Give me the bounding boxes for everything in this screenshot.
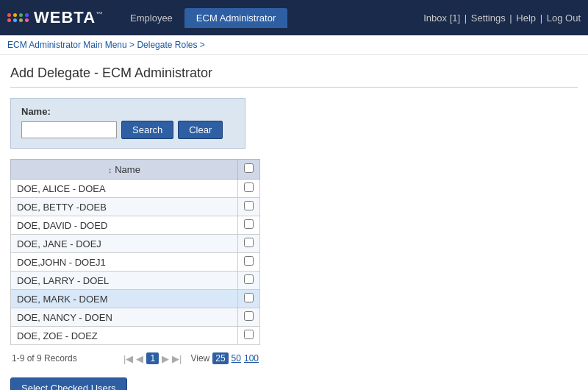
search-row: Search Clear (21, 121, 234, 139)
select-checked-button[interactable]: Select Checked Users (10, 377, 127, 390)
table-row: DOE, NANCY - DOEN (11, 308, 260, 327)
results-table: ↕ Name DOE, ALICE - DOEADOE, BETTY -DOEB… (10, 159, 260, 345)
row-check-cell (238, 327, 260, 345)
next-page-nav[interactable]: ▶ (162, 353, 169, 364)
row-checkbox[interactable] (244, 311, 254, 321)
action-buttons: Select Checked Users Cancel (10, 377, 578, 390)
row-checkbox[interactable] (244, 293, 254, 302)
nav-tabs: Employee ECM Administrator (118, 8, 287, 28)
row-checkbox[interactable] (244, 274, 254, 284)
view-50[interactable]: 50 (232, 353, 241, 364)
settings-link[interactable]: Settings (471, 13, 506, 24)
row-name-cell: DOE, ZOE - DOEZ (11, 327, 238, 345)
dot (13, 18, 17, 22)
table-row: DOE, ALICE - DOEA (11, 180, 260, 198)
dot (25, 13, 29, 17)
row-check-cell (238, 180, 260, 198)
dot (19, 13, 23, 17)
dot (7, 13, 11, 17)
logout-link[interactable]: Log Out (547, 13, 581, 24)
row-checkbox[interactable] (244, 238, 254, 247)
help-link[interactable]: Help (516, 13, 536, 24)
logo-name: WEBTA (34, 8, 96, 26)
logo-dots (7, 13, 29, 22)
breadcrumb-delegate-roles[interactable]: Delegate Roles (137, 40, 197, 50)
select-all-checkbox[interactable] (244, 163, 254, 173)
row-check-cell (238, 235, 260, 253)
col-header-check (238, 160, 260, 180)
sort-icon: ↕ (108, 166, 112, 174)
row-check-cell (238, 272, 260, 290)
row-name-cell: DOE, ALICE - DOEA (11, 180, 238, 198)
search-button[interactable]: Search (121, 121, 173, 139)
first-page-nav[interactable]: |◀ (123, 353, 133, 364)
table-body: DOE, ALICE - DOEADOE, BETTY -DOEBDOE, DA… (11, 180, 260, 345)
row-name-cell: DOE, NANCY - DOEN (11, 308, 238, 327)
row-checkbox[interactable] (244, 330, 254, 339)
table-row: DOE,JOHN - DOEJ1 (11, 253, 260, 272)
table-row: DOE, DAVID - DOED (11, 216, 260, 235)
row-check-cell (238, 198, 260, 216)
dot (7, 18, 11, 22)
table-row: DOE, BETTY -DOEB (11, 198, 260, 216)
page-title: Add Delegate - ECM Administrator (10, 65, 578, 88)
table-row: DOE, ZOE - DOEZ (11, 327, 260, 345)
name-label: Name: (21, 106, 234, 117)
table-row: DOE, MARK - DOEM (11, 290, 260, 308)
row-check-cell (238, 253, 260, 272)
last-page-nav[interactable]: ▶| (172, 353, 182, 364)
search-form: Name: Search Clear (10, 98, 245, 149)
row-name-cell: DOE, DAVID - DOED (11, 216, 238, 235)
clear-button[interactable]: Clear (178, 121, 223, 139)
current-page: 1 (146, 352, 159, 364)
row-checkbox[interactable] (244, 201, 254, 210)
row-checkbox[interactable] (244, 219, 254, 229)
row-name-cell: DOE, LARRY - DOEL (11, 272, 238, 290)
row-checkbox[interactable] (244, 256, 254, 266)
dot (13, 13, 17, 17)
dot (19, 18, 23, 22)
right-nav: Inbox [1] | Settings | Help | Log Out (423, 13, 581, 24)
row-check-cell (238, 290, 260, 308)
dot (25, 18, 29, 22)
page-controls: |◀ ◀ 1 ▶ ▶| View 25 50 100 (123, 352, 259, 364)
breadcrumb-ecm-main[interactable]: ECM Administrator Main Menu (7, 40, 127, 50)
row-name-cell: DOE,JOHN - DOEJ1 (11, 253, 238, 272)
table-row: DOE, JANE - DOEJ (11, 235, 260, 253)
table-row: DOE, LARRY - DOEL (11, 272, 260, 290)
tab-employee[interactable]: Employee (118, 8, 184, 28)
pagination: 1-9 of 9 Records |◀ ◀ 1 ▶ ▶| View 25 50 … (10, 350, 260, 367)
records-info: 1-9 of 9 Records (12, 353, 77, 364)
row-checkbox[interactable] (244, 182, 254, 192)
view-100[interactable]: 100 (244, 353, 259, 364)
name-input[interactable] (21, 121, 117, 138)
logo-text: WEBTA™ (34, 8, 104, 27)
logo-tm: ™ (96, 10, 104, 18)
view-label: View (190, 353, 209, 364)
row-check-cell (238, 216, 260, 235)
main-content: Add Delegate - ECM Administrator Name: S… (0, 55, 588, 390)
row-check-cell (238, 308, 260, 327)
inbox-link[interactable]: Inbox [1] (423, 13, 460, 24)
row-name-cell: DOE, MARK - DOEM (11, 290, 238, 308)
col-name-label: Name (115, 164, 140, 175)
tab-ecm-admin[interactable]: ECM Administrator (184, 8, 287, 28)
header: WEBTA™ Employee ECM Administrator Inbox … (0, 0, 588, 35)
logo-area: WEBTA™ (7, 8, 104, 27)
col-header-name: ↕ Name (11, 160, 238, 180)
view-25[interactable]: 25 (212, 352, 228, 364)
prev-page-nav[interactable]: ◀ (136, 353, 143, 364)
breadcrumb: ECM Administrator Main Menu > Delegate R… (0, 35, 588, 55)
row-name-cell: DOE, BETTY -DOEB (11, 198, 238, 216)
row-name-cell: DOE, JANE - DOEJ (11, 235, 238, 253)
